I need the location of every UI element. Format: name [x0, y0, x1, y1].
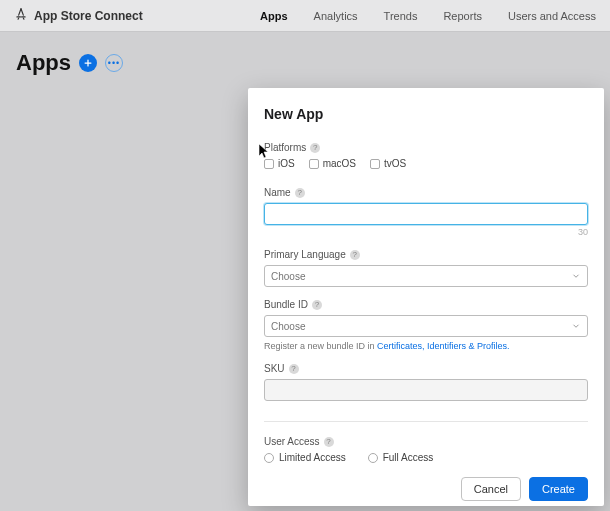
top-bar: App Store Connect Apps Analytics Trends … [0, 0, 610, 32]
bundle-id-section: Bundle ID ? Choose Register a new bundle… [264, 293, 588, 351]
checkbox-icon [264, 159, 274, 169]
radio-icon [264, 453, 274, 463]
cancel-button[interactable]: Cancel [461, 477, 521, 501]
sku-label: SKU [264, 363, 285, 374]
sku-section: SKU ? [264, 357, 588, 401]
platform-ios-checkbox[interactable]: iOS [264, 158, 295, 169]
name-char-counter: 30 [264, 227, 588, 237]
brand: App Store Connect [14, 7, 143, 24]
platform-macos-checkbox[interactable]: macOS [309, 158, 356, 169]
nav-users[interactable]: Users and Access [508, 10, 596, 22]
user-access-help-icon[interactable]: ? [324, 437, 334, 447]
add-app-button[interactable] [79, 54, 97, 72]
bundle-id-label-row: Bundle ID ? [264, 299, 588, 310]
name-input[interactable] [264, 203, 588, 225]
page-body: Apps ••• [0, 32, 610, 94]
primary-language-section: Primary Language ? Choose [264, 243, 588, 287]
limited-access-radio[interactable]: Limited Access [264, 452, 346, 463]
primary-language-select[interactable]: Choose [264, 265, 588, 287]
plus-icon [83, 58, 93, 68]
name-help-icon[interactable]: ? [295, 188, 305, 198]
primary-language-label: Primary Language [264, 249, 346, 260]
user-access-label-row: User Access ? [264, 436, 588, 447]
new-app-modal: New App Platforms ? iOS macOS tvOS Name … [248, 88, 604, 506]
nav-reports[interactable]: Reports [443, 10, 482, 22]
chevron-down-icon [571, 271, 581, 281]
bundle-id-label: Bundle ID [264, 299, 308, 310]
certificates-link[interactable]: Certificates, Identifiers & Profiles. [377, 341, 510, 351]
name-label: Name [264, 187, 291, 198]
sku-help-icon[interactable]: ? [289, 364, 299, 374]
top-nav: Apps Analytics Trends Reports Users and … [260, 10, 596, 22]
name-label-row: Name ? [264, 187, 588, 198]
nav-trends[interactable]: Trends [384, 10, 418, 22]
more-options-button[interactable]: ••• [105, 54, 123, 72]
modal-footer: Cancel Create [264, 469, 588, 501]
full-access-radio[interactable]: Full Access [368, 452, 434, 463]
modal-title: New App [264, 106, 588, 122]
app-store-icon [14, 7, 28, 24]
bundle-id-hint: Register a new bundle ID in Certificates… [264, 341, 588, 351]
user-access-radio-row: Limited Access Full Access [264, 452, 588, 463]
platform-tvos-checkbox[interactable]: tvOS [370, 158, 406, 169]
brand-label: App Store Connect [34, 9, 143, 23]
sku-input[interactable] [264, 379, 588, 401]
user-access-label: User Access [264, 436, 320, 447]
page-title-row: Apps ••• [16, 50, 594, 76]
chevron-down-icon [571, 321, 581, 331]
platforms-section: Platforms ? iOS macOS tvOS [264, 136, 588, 175]
nav-apps[interactable]: Apps [260, 10, 288, 22]
platforms-help-icon[interactable]: ? [310, 143, 320, 153]
platforms-label: Platforms [264, 142, 306, 153]
bundle-id-select[interactable]: Choose [264, 315, 588, 337]
name-section: Name ? 30 [264, 181, 588, 237]
create-button[interactable]: Create [529, 477, 588, 501]
bundle-id-value: Choose [271, 321, 305, 332]
platforms-label-row: Platforms ? [264, 142, 588, 153]
platforms-checkbox-row: iOS macOS tvOS [264, 158, 588, 169]
sku-label-row: SKU ? [264, 363, 588, 374]
page-title: Apps [16, 50, 71, 76]
checkbox-icon [370, 159, 380, 169]
nav-analytics[interactable]: Analytics [314, 10, 358, 22]
radio-icon [368, 453, 378, 463]
checkbox-icon [309, 159, 319, 169]
bundle-id-help-icon[interactable]: ? [312, 300, 322, 310]
ellipsis-icon: ••• [108, 59, 120, 68]
user-access-section: User Access ? Limited Access Full Access [264, 430, 588, 463]
primary-language-label-row: Primary Language ? [264, 249, 588, 260]
divider [264, 421, 588, 422]
primary-language-help-icon[interactable]: ? [350, 250, 360, 260]
primary-language-value: Choose [271, 271, 305, 282]
